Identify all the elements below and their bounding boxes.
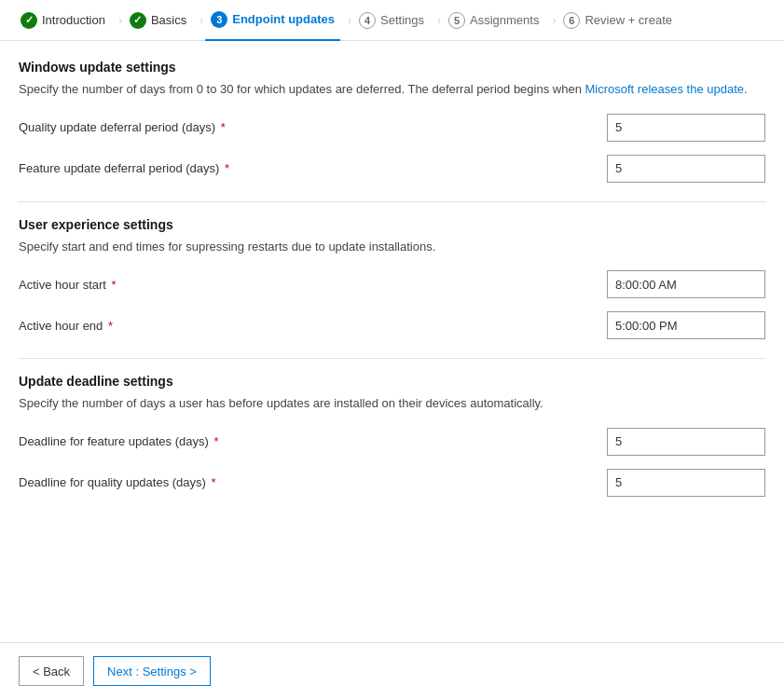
active-hour-start-row: Active hour start * (19, 270, 765, 298)
step-number-endpoint: 3 (216, 14, 222, 25)
quality-deferral-input[interactable] (607, 114, 765, 142)
next-button[interactable]: Next : Settings > (93, 656, 211, 686)
step-label-basics: Basics (151, 13, 186, 27)
main-content: Windows update settings Specify the numb… (0, 41, 784, 642)
user-experience-section: User experience settings Specify start a… (19, 217, 765, 340)
step-separator-4: › (437, 14, 441, 27)
wizard-step-basics[interactable]: ✓ Basics (124, 0, 192, 41)
step-circle-settings: 4 (359, 12, 376, 29)
active-hour-start-input[interactable] (607, 270, 765, 298)
step-label-endpoint: Endpoint updates (232, 12, 335, 26)
wizard-step-introduction[interactable]: ✓ Introduction (15, 0, 111, 41)
wizard-step-review-create[interactable]: 6 Review + create (557, 0, 678, 41)
windows-update-section: Windows update settings Specify the numb… (19, 60, 765, 183)
user-experience-desc: Specify start and end times for supressi… (19, 238, 765, 256)
feature-deferral-row: Feature update deferral period (days) * (19, 155, 765, 183)
back-button[interactable]: < Back (19, 656, 84, 686)
step-label-review: Review + create (585, 13, 672, 27)
check-icon-2: ✓ (133, 14, 142, 26)
update-deadline-title: Update deadline settings (19, 374, 765, 389)
footer: < Back Next : Settings > (0, 642, 784, 699)
required-star-quality: * (217, 120, 226, 134)
update-deadline-desc: Specify the number of days a user has be… (19, 394, 765, 413)
active-hour-end-label: Active hour end * (19, 319, 607, 333)
step-circle-assignments: 5 (448, 12, 465, 29)
update-deadline-section: Update deadline settings Specify the num… (19, 374, 765, 497)
required-star-feature: * (221, 161, 229, 175)
step-circle-review: 6 (563, 12, 580, 29)
required-star-deadline-quality: * (208, 475, 216, 489)
step-number-assignments: 5 (454, 15, 460, 26)
quality-deferral-row: Quality update deferral period (days) * (19, 114, 765, 142)
windows-update-desc: Specify the number of days from 0 to 30 … (19, 80, 765, 99)
wizard-step-endpoint-updates[interactable]: 3 Endpoint updates (205, 0, 340, 41)
deadline-quality-label: Deadline for quality updates (days) * (19, 475, 607, 489)
step-circle-basics: ✓ (130, 12, 146, 29)
deadline-quality-input[interactable] (607, 469, 765, 497)
required-star-deadline-feature: * (211, 434, 219, 448)
wizard-step-assignments[interactable]: 5 Assignments (443, 0, 544, 41)
windows-update-desc-start: Specify the number of days from 0 to 30 … (19, 82, 585, 96)
active-hour-end-input[interactable] (607, 311, 765, 339)
divider-1 (19, 201, 765, 202)
wizard-navigation: ✓ Introduction › ✓ Basics › 3 Endpoint u… (0, 0, 784, 41)
required-star-hour-start: * (108, 278, 117, 292)
active-hour-start-label: Active hour start * (19, 278, 607, 292)
windows-update-title: Windows update settings (19, 60, 765, 75)
wizard-step-settings[interactable]: 4 Settings (353, 0, 430, 41)
required-star-hour-end: * (104, 319, 113, 333)
microsoft-link[interactable]: Microsoft releases the update (585, 82, 745, 96)
step-circle-introduction: ✓ (21, 12, 37, 29)
step-separator-2: › (199, 14, 203, 27)
deadline-feature-row: Deadline for feature updates (days) * (19, 428, 765, 456)
step-label-settings: Settings (380, 13, 424, 27)
quality-deferral-label: Quality update deferral period (days) * (19, 120, 607, 134)
check-icon: ✓ (25, 14, 34, 26)
windows-update-desc-end: . (744, 82, 748, 96)
step-label-assignments: Assignments (470, 13, 539, 27)
deadline-feature-input[interactable] (607, 428, 765, 456)
step-separator-5: › (552, 14, 556, 27)
step-number-settings: 4 (364, 15, 370, 26)
step-circle-endpoint: 3 (211, 11, 227, 28)
divider-2 (19, 358, 765, 359)
active-hour-end-row: Active hour end * (19, 311, 765, 339)
deadline-quality-row: Deadline for quality updates (days) * (19, 469, 765, 497)
feature-deferral-label: Feature update deferral period (days) * (19, 161, 607, 175)
step-label-introduction: Introduction (42, 13, 105, 27)
step-separator-1: › (118, 14, 122, 27)
step-separator-3: › (348, 14, 351, 27)
step-number-review: 6 (569, 15, 574, 26)
user-experience-title: User experience settings (19, 217, 765, 232)
feature-deferral-input[interactable] (607, 155, 765, 183)
deadline-feature-label: Deadline for feature updates (days) * (19, 434, 607, 448)
